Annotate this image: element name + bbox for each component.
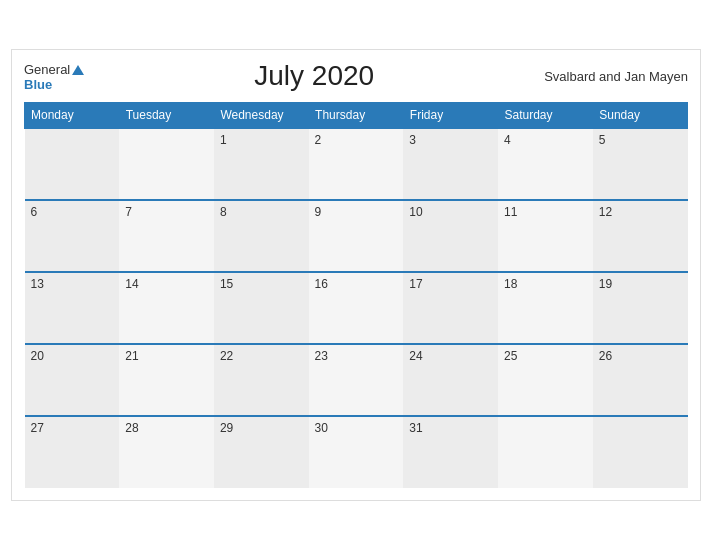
day-number: 6 bbox=[31, 205, 38, 219]
day-number: 15 bbox=[220, 277, 233, 291]
calendar-day: 23 bbox=[309, 344, 404, 416]
day-number: 10 bbox=[409, 205, 422, 219]
day-number: 30 bbox=[315, 421, 328, 435]
calendar-day: 10 bbox=[403, 200, 498, 272]
calendar-day: 17 bbox=[403, 272, 498, 344]
calendar-region: Svalbard and Jan Mayen bbox=[544, 69, 688, 84]
calendar-day: 5 bbox=[593, 128, 688, 200]
col-monday: Monday bbox=[25, 103, 120, 129]
calendar-day: 19 bbox=[593, 272, 688, 344]
col-tuesday: Tuesday bbox=[119, 103, 214, 129]
calendar-table: Monday Tuesday Wednesday Thursday Friday… bbox=[24, 102, 688, 488]
calendar-day: 26 bbox=[593, 344, 688, 416]
calendar-body: 1234567891011121314151617181920212223242… bbox=[25, 128, 688, 488]
calendar-day: 20 bbox=[25, 344, 120, 416]
calendar-day: 8 bbox=[214, 200, 309, 272]
calendar-day bbox=[25, 128, 120, 200]
calendar-day: 30 bbox=[309, 416, 404, 488]
calendar-week-5: 2728293031 bbox=[25, 416, 688, 488]
col-thursday: Thursday bbox=[309, 103, 404, 129]
calendar-day: 1 bbox=[214, 128, 309, 200]
col-saturday: Saturday bbox=[498, 103, 593, 129]
weekday-header-row: Monday Tuesday Wednesday Thursday Friday… bbox=[25, 103, 688, 129]
day-number: 21 bbox=[125, 349, 138, 363]
day-number: 12 bbox=[599, 205, 612, 219]
calendar-day bbox=[119, 128, 214, 200]
day-number: 9 bbox=[315, 205, 322, 219]
day-number: 28 bbox=[125, 421, 138, 435]
calendar-week-1: 12345 bbox=[25, 128, 688, 200]
calendar-day: 24 bbox=[403, 344, 498, 416]
day-number: 23 bbox=[315, 349, 328, 363]
day-number: 17 bbox=[409, 277, 422, 291]
calendar-day: 28 bbox=[119, 416, 214, 488]
calendar-day: 2 bbox=[309, 128, 404, 200]
calendar-day: 16 bbox=[309, 272, 404, 344]
calendar-day: 4 bbox=[498, 128, 593, 200]
calendar-title: July 2020 bbox=[84, 60, 544, 92]
calendar-week-3: 13141516171819 bbox=[25, 272, 688, 344]
logo-general-text: General bbox=[24, 60, 84, 78]
calendar-day: 31 bbox=[403, 416, 498, 488]
day-number: 20 bbox=[31, 349, 44, 363]
logo: General Blue bbox=[24, 60, 84, 92]
calendar-day: 29 bbox=[214, 416, 309, 488]
calendar-day: 7 bbox=[119, 200, 214, 272]
calendar-header: General Blue July 2020 Svalbard and Jan … bbox=[24, 60, 688, 92]
calendar-day: 18 bbox=[498, 272, 593, 344]
calendar-day: 13 bbox=[25, 272, 120, 344]
day-number: 1 bbox=[220, 133, 227, 147]
calendar-day: 11 bbox=[498, 200, 593, 272]
calendar-day bbox=[498, 416, 593, 488]
calendar-day bbox=[593, 416, 688, 488]
calendar-day: 9 bbox=[309, 200, 404, 272]
day-number: 8 bbox=[220, 205, 227, 219]
day-number: 5 bbox=[599, 133, 606, 147]
calendar-day: 6 bbox=[25, 200, 120, 272]
calendar-day: 25 bbox=[498, 344, 593, 416]
calendar-day: 27 bbox=[25, 416, 120, 488]
day-number: 7 bbox=[125, 205, 132, 219]
day-number: 27 bbox=[31, 421, 44, 435]
day-number: 29 bbox=[220, 421, 233, 435]
calendar-week-2: 6789101112 bbox=[25, 200, 688, 272]
day-number: 16 bbox=[315, 277, 328, 291]
day-number: 11 bbox=[504, 205, 517, 219]
day-number: 25 bbox=[504, 349, 517, 363]
day-number: 26 bbox=[599, 349, 612, 363]
calendar-container: General Blue July 2020 Svalbard and Jan … bbox=[11, 49, 701, 501]
calendar-day: 3 bbox=[403, 128, 498, 200]
day-number: 4 bbox=[504, 133, 511, 147]
col-sunday: Sunday bbox=[593, 103, 688, 129]
calendar-week-4: 20212223242526 bbox=[25, 344, 688, 416]
day-number: 14 bbox=[125, 277, 138, 291]
day-number: 24 bbox=[409, 349, 422, 363]
calendar-day: 22 bbox=[214, 344, 309, 416]
day-number: 3 bbox=[409, 133, 416, 147]
calendar-day: 14 bbox=[119, 272, 214, 344]
logo-blue-text: Blue bbox=[24, 78, 52, 92]
day-number: 2 bbox=[315, 133, 322, 147]
calendar-thead: Monday Tuesday Wednesday Thursday Friday… bbox=[25, 103, 688, 129]
day-number: 13 bbox=[31, 277, 44, 291]
logo-triangle-icon bbox=[72, 65, 84, 75]
day-number: 18 bbox=[504, 277, 517, 291]
col-wednesday: Wednesday bbox=[214, 103, 309, 129]
day-number: 19 bbox=[599, 277, 612, 291]
col-friday: Friday bbox=[403, 103, 498, 129]
day-number: 31 bbox=[409, 421, 422, 435]
calendar-day: 12 bbox=[593, 200, 688, 272]
calendar-day: 21 bbox=[119, 344, 214, 416]
calendar-day: 15 bbox=[214, 272, 309, 344]
day-number: 22 bbox=[220, 349, 233, 363]
